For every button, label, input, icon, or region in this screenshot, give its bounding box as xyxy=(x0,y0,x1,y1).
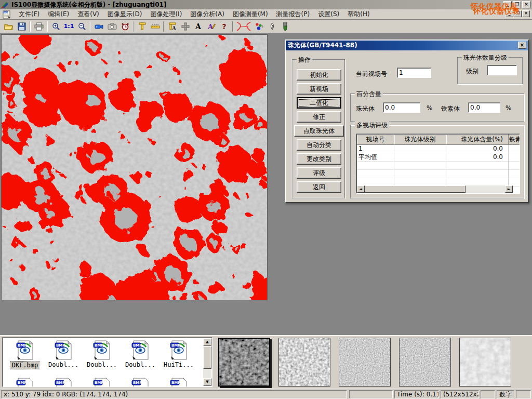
dialog-action-button[interactable]: 修正 xyxy=(297,111,341,123)
snapshot-button[interactable] xyxy=(105,20,118,32)
operations-group-label: 操作 xyxy=(297,56,312,64)
mdi-close-button[interactable]: × xyxy=(522,10,530,17)
grade-input[interactable] xyxy=(487,65,517,75)
ferrite-percent-input[interactable] xyxy=(468,102,500,113)
time-status: Time (s): 0.113 xyxy=(394,390,439,398)
micrograph-thumbnail-1[interactable] xyxy=(218,338,270,387)
file-item[interactable]: BMP Doubl... xyxy=(44,340,83,369)
multi-field-group-label: 多视场评级 xyxy=(355,121,389,130)
actual-size-button[interactable]: 1:1 xyxy=(62,20,75,32)
close-button[interactable]: × xyxy=(522,1,530,8)
brush-icon xyxy=(282,22,289,31)
timer-button[interactable] xyxy=(118,20,131,32)
grid-count-button[interactable] xyxy=(179,20,192,32)
micrograph-image[interactable] xyxy=(1,34,268,300)
video-capture-button[interactable] xyxy=(92,20,105,32)
dialog-action-button[interactable]: 自动分类 xyxy=(297,139,341,151)
dialog-action-button[interactable]: 更改类别 xyxy=(297,153,341,165)
scroll-right-arrow[interactable]: ► xyxy=(505,185,513,193)
pen-tool-button[interactable] xyxy=(265,20,278,32)
restore-button[interactable]: ❐ xyxy=(513,1,521,8)
menu-item[interactable]: 图像测量(M) xyxy=(229,9,272,20)
file-item[interactable]: BMP xyxy=(121,377,159,387)
menu-item[interactable]: 设置(S) xyxy=(314,9,343,20)
file-item[interactable]: BMP xyxy=(6,377,44,387)
svg-text:BMP: BMP xyxy=(18,343,26,348)
menu-item[interactable]: 查看(V) xyxy=(73,9,103,20)
brush-tool-button[interactable] xyxy=(278,20,291,32)
ruler-icon xyxy=(151,23,160,30)
save-button[interactable] xyxy=(15,20,28,32)
dialog-action-button[interactable]: 评级 xyxy=(297,167,341,179)
micrograph-thumbnail-3[interactable] xyxy=(339,338,391,387)
menu-item[interactable]: 图像处理(I) xyxy=(146,9,186,20)
file-strip: BMP DKF.bmp xyxy=(0,335,532,389)
menu-item[interactable]: 文件(F) xyxy=(15,9,44,20)
printer-icon xyxy=(34,22,44,31)
edit-annotation-button[interactable]: A xyxy=(205,20,218,32)
micrograph-thumbnail-4[interactable] xyxy=(399,338,451,387)
dialog-action-button[interactable]: 新视场 xyxy=(297,83,341,95)
help-button[interactable]: ? xyxy=(218,20,231,32)
scrollbar-thumb[interactable] xyxy=(365,185,466,193)
zoom-in-button[interactable] xyxy=(49,20,62,32)
menu-item[interactable]: 图像分析(A) xyxy=(186,9,229,20)
scroll-left-arrow[interactable]: ◄ xyxy=(357,185,365,193)
menu-item[interactable]: 编辑(E) xyxy=(44,9,73,20)
dialog-action-button[interactable]: 点取珠光体 xyxy=(294,125,344,137)
document-icon: DOC xyxy=(2,10,11,19)
zoom-out-button[interactable] xyxy=(75,20,88,32)
menu-item[interactable]: 测量报告(P) xyxy=(272,9,314,20)
dialog-action-button[interactable]: 初始化 xyxy=(297,69,341,81)
scrollbar-thumb[interactable] xyxy=(203,346,211,369)
table-header: 铁素体含量(%) xyxy=(509,135,520,145)
svg-text:BMP: BMP xyxy=(133,381,142,385)
svg-text:DOC: DOC xyxy=(4,11,9,14)
caliper-measure-button[interactable] xyxy=(136,20,149,32)
zoom-in-icon xyxy=(52,22,60,31)
dialog-title-bar[interactable]: 珠光体(GB/T9441-88) × xyxy=(286,41,528,50)
bmp-file-icon: BMP xyxy=(169,377,189,387)
operations-group: 操作 初始化新视场二值化修正点取珠光体自动分类更改类别评级返回 xyxy=(292,59,345,198)
menu-item[interactable]: 帮助(H) xyxy=(343,9,374,20)
table-row[interactable]: 平均值 0.0 xyxy=(357,153,520,162)
file-list[interactable]: BMP DKF.bmp xyxy=(2,337,212,387)
table-row[interactable] xyxy=(357,162,520,170)
classify-button[interactable]: 3 xyxy=(252,20,265,32)
curve-select-button[interactable] xyxy=(235,20,252,32)
file-item[interactable]: BMP Doubl... xyxy=(121,340,159,369)
scroll-up-arrow[interactable]: ▲ xyxy=(203,338,211,346)
table-horizontal-scrollbar[interactable]: ◄ ► xyxy=(357,185,513,193)
current-field-label: 当前视场号 xyxy=(356,70,387,78)
file-item[interactable]: BMP xyxy=(44,377,83,387)
mdi-minimize-button[interactable]: _ xyxy=(506,10,513,17)
table-row[interactable] xyxy=(357,170,520,178)
file-item[interactable]: BMP xyxy=(159,377,198,387)
file-item[interactable]: BMP Doubl... xyxy=(83,340,121,369)
open-button[interactable] xyxy=(2,20,15,32)
toolbar-separator xyxy=(163,21,164,32)
file-item[interactable]: BMP HuiTi... xyxy=(159,340,198,369)
file-list-scrollbar[interactable]: ▲ ▼ xyxy=(203,338,211,386)
text-annotation-button[interactable]: A xyxy=(192,20,205,32)
dialog-action-button[interactable]: 返回 xyxy=(297,181,341,193)
scroll-down-arrow[interactable]: ▼ xyxy=(203,378,211,386)
ruler-button[interactable] xyxy=(149,20,162,32)
table-row[interactable]: 1 0.0 xyxy=(357,145,520,153)
mdi-restore-button[interactable]: ❐ xyxy=(514,10,522,17)
dialog-action-button[interactable]: 二值化 xyxy=(297,97,341,109)
file-item[interactable]: BMP xyxy=(83,377,121,387)
multi-field-group: 多视场评级 视场号珠光体级别珠光体含量(%)铁素体含量(%) 1 0. xyxy=(350,125,524,198)
toolbar-separator xyxy=(90,21,91,32)
file-item[interactable]: BMP DKF.bmp xyxy=(6,340,44,369)
minimize-button[interactable]: _ xyxy=(503,1,512,8)
menu-item[interactable]: 图像显示(D) xyxy=(103,9,147,20)
dialog-close-button[interactable]: × xyxy=(518,42,526,49)
measure-label-button[interactable]: A xyxy=(166,20,179,32)
micrograph-thumbnail-5[interactable] xyxy=(459,338,511,387)
pearlite-percent-input[interactable] xyxy=(383,102,420,113)
current-field-input[interactable] xyxy=(397,68,431,78)
micrograph-thumbnail-2[interactable] xyxy=(278,338,330,387)
rating-table[interactable]: 视场号珠光体级别珠光体含量(%)铁素体含量(%) 1 0.0 xyxy=(356,134,520,194)
print-button[interactable] xyxy=(32,20,45,32)
